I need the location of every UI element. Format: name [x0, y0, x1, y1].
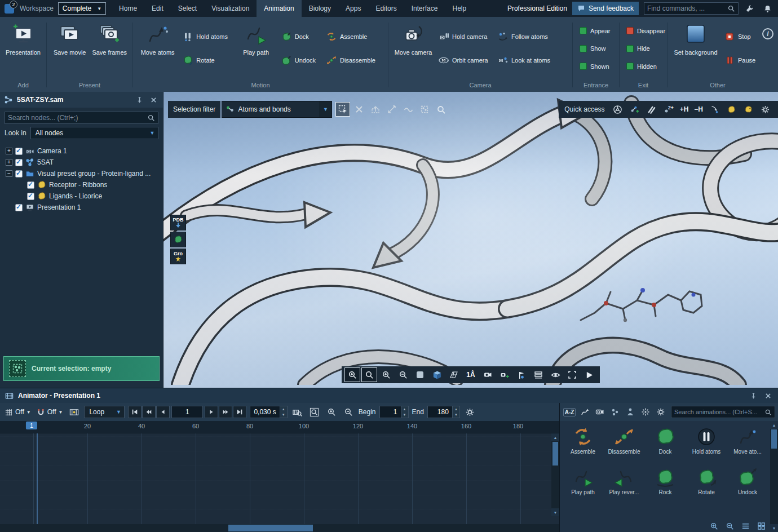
pin-icon[interactable]: [748, 391, 758, 401]
scroll-up-icon[interactable]: ▲: [551, 433, 559, 441]
view-cube-icon[interactable]: [429, 367, 445, 382]
step-back-button[interactable]: [156, 406, 170, 418]
shown-button[interactable]: Shown: [577, 60, 615, 73]
set-background-button[interactable]: Set background: [671, 20, 720, 81]
skip-to-end-button[interactable]: [233, 406, 246, 418]
timeline-zoom-in-icon[interactable]: [325, 405, 338, 419]
scrollbar-thumb[interactable]: [552, 442, 558, 466]
spin-up-icon[interactable]: ▲: [453, 406, 459, 412]
scale-indicator[interactable]: 1Å: [463, 367, 479, 382]
menu-animation[interactable]: Animation: [257, 0, 301, 17]
play-path-button[interactable]: Play path: [235, 20, 276, 81]
tree-item-camera-1[interactable]: + Camera 1: [0, 145, 163, 157]
timeline-horizontal-scrollbar[interactable]: [0, 524, 559, 532]
animator-settings-gear-icon[interactable]: [463, 405, 477, 419]
animation-tile-assemble[interactable]: Assemble: [563, 424, 603, 464]
grid-mode-dropdown[interactable]: Off ▼: [3, 408, 32, 416]
select-up-icon[interactable]: [368, 102, 383, 117]
close-icon[interactable]: [148, 95, 158, 105]
undock-button[interactable]: Undock: [279, 54, 322, 67]
zoom-out-icon[interactable]: [395, 367, 411, 382]
stop-button[interactable]: Stop: [722, 30, 762, 43]
playhead[interactable]: [37, 433, 38, 524]
menu-editors[interactable]: Editors: [368, 0, 404, 17]
grid-view-icon[interactable]: [754, 519, 768, 532]
tree-item-receptor-ribbons[interactable]: Receptor - Ribbons: [0, 179, 163, 190]
timeline-ruler[interactable]: 1 20 40 60 80 100 120 140 160 180: [0, 421, 559, 433]
skip-to-start-button[interactable]: [128, 406, 142, 418]
path-category-icon[interactable]: [578, 405, 591, 419]
dock-button[interactable]: Dock: [279, 30, 322, 43]
bell-icon[interactable]: [761, 2, 773, 15]
spin-down-icon[interactable]: ▼: [453, 412, 459, 418]
animation-tile-rock[interactable]: Rock: [646, 465, 685, 504]
viewport-3d[interactable]: Selection filter Atoms and bonds ▼ Qu: [163, 92, 778, 388]
collapse-icon[interactable]: −: [6, 170, 12, 177]
save-movie-button[interactable]: Save movie: [51, 20, 89, 81]
animation-tile-dock[interactable]: Dock: [646, 424, 685, 464]
send-feedback-button[interactable]: Send feedback: [572, 2, 639, 15]
assemble-button[interactable]: Assemble: [324, 30, 384, 43]
expand-icon[interactable]: +: [6, 159, 12, 166]
steering-wheel-icon[interactable]: [611, 102, 625, 117]
library-vertical-scrollbar[interactable]: ▲ ▼: [770, 421, 778, 532]
list-view-icon[interactable]: [739, 519, 752, 532]
flag-marker-icon[interactable]: [514, 367, 529, 382]
atoms-category-icon[interactable]: [608, 405, 622, 419]
fullscreen-icon[interactable]: [564, 367, 580, 382]
workspace-select[interactable]: Complete ▼: [58, 2, 106, 15]
zoom-keyframes-icon[interactable]: [291, 405, 304, 419]
app-icon[interactable]: 2: [5, 4, 14, 14]
library-settings-gear-icon[interactable]: [654, 405, 668, 419]
visibility-checkbox[interactable]: [15, 148, 23, 155]
timeline-vertical-scrollbar[interactable]: ▲ ▼: [551, 433, 559, 516]
preset-duck-icon[interactable]: [724, 102, 739, 117]
flat-shading-icon[interactable]: [412, 367, 428, 382]
fast-backward-button[interactable]: [142, 406, 156, 418]
presentation-button[interactable]: Presentation: [4, 20, 42, 81]
pause-button[interactable]: Pause: [722, 54, 762, 67]
minimize-icon[interactable]: [707, 102, 722, 117]
menu-help[interactable]: Help: [445, 0, 474, 17]
animation-tile-move-atoms[interactable]: Move ato...: [728, 424, 767, 464]
spin-up-icon[interactable]: ▲: [401, 406, 408, 412]
gromacs-button[interactable]: Gro: [170, 249, 186, 264]
pin-icon[interactable]: [134, 95, 144, 105]
visibility-checkbox[interactable]: [15, 170, 23, 178]
disassemble-button[interactable]: Disassemble: [324, 54, 384, 67]
snap-mode-dropdown[interactable]: Off ▼: [36, 408, 64, 416]
tree-item-ligands-licorice[interactable]: Ligands - Licorice: [0, 190, 163, 202]
scroll-down-icon[interactable]: ▼: [770, 524, 778, 532]
timeline-zoom-out-icon[interactable]: [342, 405, 355, 419]
save-frames-button[interactable]: Save frames: [91, 20, 129, 81]
menu-visualization[interactable]: Visualization: [204, 0, 257, 17]
spin-down-icon[interactable]: ▼: [280, 412, 287, 418]
animation-tile-undock[interactable]: Undock: [728, 465, 767, 504]
find-commands-input[interactable]: [647, 5, 727, 12]
zoom-fit-icon[interactable]: [308, 405, 321, 419]
remove-hydrogens-button[interactable]: −H: [692, 105, 705, 113]
camera-pod-icon[interactable]: [480, 367, 496, 382]
hold-atoms-button[interactable]: Hold atoms: [180, 30, 233, 43]
sort-az-button[interactable]: A-Z: [563, 405, 576, 419]
settings-gear-icon[interactable]: [758, 102, 772, 117]
visibility-checkbox[interactable]: [27, 181, 34, 189]
search-nodes-input[interactable]: [8, 114, 147, 122]
info-icon[interactable]: i: [762, 28, 773, 39]
search-selection-icon[interactable]: [434, 102, 448, 117]
library-zoom-out-icon[interactable]: [723, 519, 736, 532]
appear-button[interactable]: Appear: [577, 24, 615, 38]
animation-tile-disassemble[interactable]: Disassemble: [604, 424, 644, 464]
play-button[interactable]: [205, 406, 218, 418]
select-box-icon[interactable]: [417, 102, 432, 117]
expand-selection-icon[interactable]: [384, 102, 399, 117]
frame-duration-spinner[interactable]: 0,030 s ▲▼: [250, 406, 287, 418]
animation-tile-play-path[interactable]: Play path: [563, 465, 603, 504]
deselect-icon[interactable]: [352, 102, 366, 117]
keyframe-track-icon[interactable]: [67, 405, 81, 419]
pdb-download-button[interactable]: PDB: [170, 215, 186, 230]
select-connected-icon[interactable]: [401, 102, 415, 117]
close-icon[interactable]: [763, 391, 773, 401]
effects-category-icon[interactable]: [639, 405, 652, 419]
menu-edit[interactable]: Edit: [144, 0, 171, 17]
